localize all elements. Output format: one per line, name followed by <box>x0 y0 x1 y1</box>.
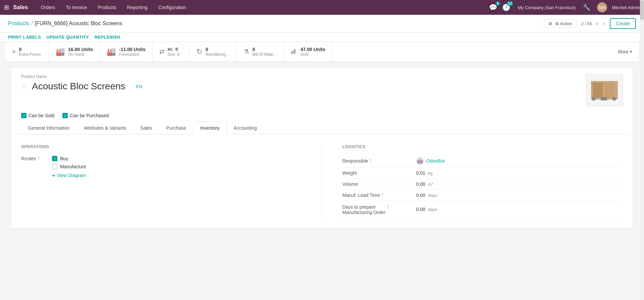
sold-value: 47.00 Units <box>300 47 325 52</box>
days-prepare-unit: days <box>428 207 437 212</box>
product-image <box>586 74 623 106</box>
route-buy-label: Buy <box>60 156 68 161</box>
product-title-row: ☆ Acoustic Bloc Screens EN <box>21 81 579 92</box>
nav-to-invoice[interactable]: To Invoice <box>61 0 92 15</box>
in-value: In: 0 <box>168 47 180 52</box>
scrollbar-thumb[interactable] <box>640 0 644 20</box>
lead-time-unit: days <box>428 193 437 198</box>
nav-products[interactable]: Products <box>93 0 121 15</box>
product-header: Product Name ☆ Acoustic Bloc Screens EN <box>11 68 633 110</box>
main-area: ≡ 0 Extra Prices 🏭 16.00 Units On Hand 🏭… <box>5 42 639 228</box>
avatar[interactable]: MA <box>597 2 607 12</box>
print-labels-link[interactable]: PRINT LABELS <box>8 35 41 40</box>
bom-icon: ⚗ <box>244 48 249 55</box>
logistics-lead-time: Manuf. Lead Time ? 0.00 days <box>342 190 623 201</box>
can-be-sold-checkbox[interactable]: ✓ <box>21 113 27 118</box>
activities-icon[interactable]: 🕐 12 <box>502 3 510 11</box>
reordering-value: 0 <box>206 47 230 52</box>
responsible-help-icon[interactable]: ? <box>369 159 372 163</box>
star-icon[interactable]: ☆ <box>21 82 28 91</box>
scrollbar-track[interactable] <box>640 0 644 234</box>
bom-value: 0 <box>252 47 277 52</box>
breadcrumb-parent[interactable]: Products <box>8 20 29 27</box>
reordering-label: Reordering ... <box>206 52 230 57</box>
nav-position: 2 / 65 <box>581 21 592 26</box>
stat-extra-prices[interactable]: ≡ 0 Extra Prices <box>5 42 49 61</box>
nav-arrows: 2 / 65 ‹ › <box>580 20 606 27</box>
days-prepare-help-icon[interactable]: ? <box>387 205 389 210</box>
settings-icon[interactable]: 🔧 <box>583 4 590 11</box>
breadcrumb-separator: / <box>31 20 33 27</box>
replenish-link[interactable]: REPLENISH <box>94 35 120 40</box>
checkbox-row: ✓ Can be Sold ✓ Can be Purchased <box>11 110 633 122</box>
tab-attributes[interactable]: Attributes & Variants <box>77 122 134 134</box>
tab-purchase[interactable]: Purchase <box>159 122 193 134</box>
odoobot-icon: 🤖 <box>416 157 424 165</box>
product-name-label: Product Name <box>21 74 579 79</box>
routes-row: Routes ? ✓ Buy Manufacture <box>21 155 302 171</box>
logistics-volume: Volume 0.00 m³ <box>342 179 623 190</box>
route-buy-checkbox[interactable]: ✓ <box>52 156 57 161</box>
product-form: Product Name ☆ Acoustic Bloc Screens EN <box>11 67 633 228</box>
next-button[interactable]: › <box>601 20 606 27</box>
stat-in-out[interactable]: ⇄ In: 0 Out: 0 <box>153 42 190 61</box>
apps-icon[interactable]: ⊞ <box>4 4 9 11</box>
sold-icon <box>290 48 297 56</box>
sold-label: Sold <box>300 52 325 57</box>
tab-inventory[interactable]: Inventory <box>193 122 227 134</box>
stat-bom[interactable]: ⚗ 0 Bill Of Mate... <box>237 42 284 61</box>
prev-button[interactable]: ‹ <box>594 20 600 27</box>
lang-badge[interactable]: EN <box>136 84 142 89</box>
tab-general[interactable]: General Information <box>21 122 77 134</box>
volume-value: 0.00 m³ <box>416 181 623 187</box>
route-manufacture-checkbox[interactable] <box>52 164 57 169</box>
routes-help-icon[interactable]: ? <box>37 156 40 161</box>
on-hand-icon: 🏭 <box>56 47 65 56</box>
svg-rect-8 <box>604 97 607 100</box>
stat-on-hand[interactable]: 🏭 16.00 Units On Hand <box>49 42 100 61</box>
volume-unit: m³ <box>428 182 433 187</box>
breadcrumb-current: [FURN_6666] Acoustic Bloc Screens <box>35 20 122 27</box>
messages-icon[interactable]: 💬 6 <box>489 3 497 11</box>
create-button[interactable]: Create <box>610 18 636 29</box>
route-manufacture-label: Manufacture <box>60 164 86 169</box>
app-title[interactable]: Sales <box>13 4 28 11</box>
stat-reordering[interactable]: ↻ 0 Reordering ... <box>190 42 237 61</box>
days-prepare-label: Days to prepareManufacturing Order ? <box>342 204 416 215</box>
nav-orders[interactable]: Orders <box>36 0 60 15</box>
can-be-purchased-item: ✓ Can be Purchased <box>62 113 109 118</box>
gear-icon: ⚙ <box>548 21 552 26</box>
can-be-sold-item: ✓ Can be Sold <box>21 113 54 118</box>
svg-rect-7 <box>601 97 604 100</box>
more-dropdown-icon: ▾ <box>630 49 632 54</box>
route-manufacture: Manufacture <box>52 164 86 169</box>
operations-title: OPERATIONS <box>21 144 302 149</box>
can-be-purchased-label: Can be Purchased <box>70 113 109 118</box>
nav-configuration[interactable]: Configuration <box>153 0 191 15</box>
forecasted-icon: 🏭 <box>107 47 116 56</box>
product-title: Acoustic Bloc Screens <box>32 81 126 92</box>
reordering-icon: ↻ <box>196 47 202 56</box>
can-be-purchased-checkbox[interactable]: ✓ <box>62 113 68 118</box>
stat-sold[interactable]: 47.00 Units Sold <box>284 42 332 61</box>
svg-rect-0 <box>291 52 292 54</box>
breadcrumb: Products / [FURN_6666] Acoustic Bloc Scr… <box>8 20 122 27</box>
svg-rect-2 <box>294 49 295 54</box>
action-button[interactable]: ⚙ ⚙ Action <box>544 19 577 28</box>
svg-rect-5 <box>604 83 614 98</box>
breadcrumb-bar: Products / [FURN_6666] Acoustic Bloc Scr… <box>0 15 644 33</box>
top-navigation: ⊞ Sales Orders To Invoice Products Repor… <box>0 0 644 15</box>
update-quantity-link[interactable]: UPDATE QUANTITY <box>46 35 89 40</box>
nav-reporting[interactable]: Reporting <box>122 0 152 15</box>
view-diagram-link[interactable]: ➜ View Diagram <box>51 173 302 178</box>
operations-section: OPERATIONS Routes ? ✓ Buy Manufacture <box>21 144 302 218</box>
lead-time-help-icon[interactable]: ? <box>381 193 384 198</box>
tab-sales[interactable]: Sales <box>133 122 159 134</box>
inventory-tab-content: OPERATIONS Routes ? ✓ Buy Manufacture <box>11 134 633 228</box>
lead-time-label: Manuf. Lead Time ? <box>342 192 416 198</box>
forecasted-label: Forecasted <box>119 52 146 57</box>
more-button[interactable]: More ▾ <box>611 42 639 61</box>
logistics-weight: Weight 0.01 kg <box>342 168 623 179</box>
tab-accounting[interactable]: Accounting <box>227 122 264 134</box>
stat-forecasted[interactable]: 🏭 -11.00 Units Forecasted <box>100 42 153 61</box>
